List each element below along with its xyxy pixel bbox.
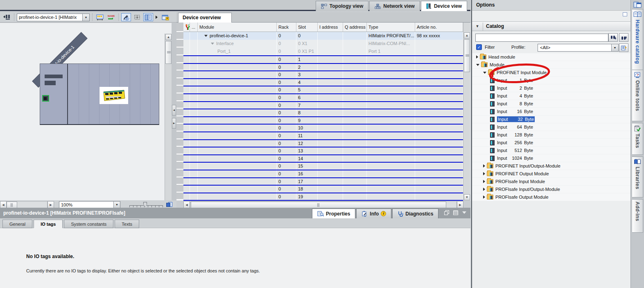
profile-select[interactable]: <All> ▼ <box>538 44 619 52</box>
catalog-item-folder[interactable]: PROFINET Input Module <box>472 69 630 77</box>
column-header-slot[interactable]: Slot <box>296 23 318 32</box>
tab-device-view[interactable]: Device view <box>421 1 467 11</box>
split-columns-button[interactable] <box>143 13 153 21</box>
catalog-view-button[interactable] <box>619 43 628 52</box>
catalog-item-folder[interactable]: PROFINET Input/Output-Module <box>472 162 630 170</box>
table-row-port_1[interactable]: Port_100 X1 P1Port 1 <box>183 48 463 55</box>
measure-columns-button[interactable] <box>95 13 105 21</box>
catalog-item-folder[interactable]: PROFINET Output Module <box>472 170 630 178</box>
column-header-article-no-[interactable]: Article no. <box>415 23 463 32</box>
catalog-item[interactable]: Input1Byte <box>472 77 630 84</box>
collapse-chevron-icon[interactable] <box>462 211 466 214</box>
tab-device-overview[interactable]: Device overview <box>178 13 232 23</box>
go-to-network-button[interactable] <box>2 13 11 21</box>
catalog-section-header[interactable]: ▼ Catalog <box>472 21 630 31</box>
scroll-up-button[interactable]: ▲ <box>464 32 470 39</box>
table-row-slot-9[interactable]: 09 <box>183 117 463 125</box>
snap-grid-button[interactable] <box>132 13 142 21</box>
table-row-slot-1[interactable]: 01 <box>183 56 463 64</box>
expand-arrow-icon[interactable] <box>483 195 485 199</box>
search-down-button[interactable] <box>608 33 618 42</box>
column-header-rack[interactable]: Rack <box>277 23 296 32</box>
table-row-slot-8[interactable]: 08 <box>183 109 463 117</box>
collapse-left-button[interactable]: ◄ <box>172 105 176 116</box>
device-selector[interactable]: profinet-io-device-1 [HIMatrix▼ <box>17 14 90 21</box>
catalog-item-folder[interactable]: PROFIsafe Input/Output-Module <box>472 186 630 193</box>
catalog-item[interactable]: Input4Byte <box>472 92 630 100</box>
side-tab-online-tools[interactable]: Online tools <box>632 70 643 121</box>
table-row-slot-7[interactable]: 07 <box>183 102 463 110</box>
profinet-port-graphic[interactable] <box>42 95 49 102</box>
catalog-item[interactable]: Input512Byte <box>472 147 630 154</box>
scroll-thumb[interactable] <box>7 202 17 208</box>
zoom-slider[interactable] <box>129 202 163 208</box>
table-row-slot-12[interactable]: 012 <box>183 140 463 148</box>
tab-network-view[interactable]: Network view <box>369 1 420 11</box>
scroll-thumb[interactable] <box>165 41 172 64</box>
expand-arrow-icon[interactable] <box>483 188 485 191</box>
device-graphic-canvas[interactable]: profinet-io-device-1 <box>0 23 172 200</box>
filter-checkbox[interactable]: ✓ <box>476 44 482 50</box>
canvas-table-splitter[interactable]: ◄ ► <box>172 23 176 200</box>
subtab-io-tags[interactable]: IO tags <box>34 220 63 228</box>
device-rack-graphic[interactable] <box>40 63 159 125</box>
table-row-slot-16[interactable]: 016 <box>183 170 463 178</box>
table-row-slot-5[interactable]: 05 <box>183 86 463 94</box>
catalog-item[interactable]: Input32Byte <box>472 116 630 123</box>
highlight-pen-button[interactable] <box>121 13 131 21</box>
collapse-right-button[interactable]: ► <box>172 118 176 129</box>
expand-arrow-icon[interactable] <box>476 55 478 59</box>
catalog-item[interactable]: Input16Byte <box>472 108 630 116</box>
expand-triangle-icon[interactable] <box>204 35 208 37</box>
side-tab-add-ins[interactable]: Add-ins <box>632 199 643 233</box>
catalog-item[interactable]: Input1024Byte <box>472 154 630 162</box>
catalog-item-folder[interactable]: Module <box>472 61 630 69</box>
column-header-dots[interactable]: ... <box>190 23 198 32</box>
expand-panel-icon[interactable] <box>633 2 642 9</box>
table-row-slot-2[interactable]: 02 <box>183 64 463 72</box>
inspector-tab-info[interactable]: Infoi <box>356 209 391 218</box>
scroll-thumb[interactable] <box>191 202 446 208</box>
toolbar-overflow-button[interactable] <box>154 13 159 21</box>
expand-arrow-icon[interactable] <box>483 172 485 175</box>
chevron-down-icon[interactable]: ▼ <box>611 44 618 51</box>
column-header-q-address[interactable]: Q address <box>343 23 367 32</box>
expand-arrow-icon[interactable] <box>483 180 485 183</box>
table-row-interface[interactable]: Interface00 X1HIMatrix-COM-PNI... <box>183 40 463 48</box>
side-tab-libraries[interactable]: Libraries <box>632 156 643 197</box>
expand-triangle-icon[interactable] <box>211 43 214 45</box>
table-row-slot-13[interactable]: 013 <box>183 147 463 155</box>
table-row-profinet-io-device-1[interactable]: profinet-io-device-100HIMatrix PROFINET/… <box>183 32 463 40</box>
catalog-item[interactable]: Input256Byte <box>472 139 630 147</box>
subtab-texts[interactable]: Texts <box>115 220 139 228</box>
collapse-arrow-icon[interactable] <box>483 72 486 74</box>
scroll-up-button[interactable]: ▲ <box>165 34 172 40</box>
catalog-item-folder[interactable]: Head module <box>472 53 630 61</box>
catalog-item[interactable]: Input64Byte <box>472 123 630 131</box>
table-row-slot-18[interactable]: 018 <box>183 186 463 193</box>
catalog-item[interactable]: Input8Byte <box>472 100 630 108</box>
window-layout-button[interactable] <box>160 13 170 21</box>
table-row-slot-3[interactable]: 03 <box>183 71 463 79</box>
catalog-item-folder[interactable]: PROFIsafe Input Module <box>472 178 630 186</box>
subtab-system-constants[interactable]: System constants <box>64 220 113 228</box>
table-row-slot-4[interactable]: 04 <box>183 79 463 87</box>
table-row-slot-15[interactable]: 015 <box>183 163 463 170</box>
collapse-arrow-icon[interactable] <box>476 64 479 66</box>
table-row-slot-14[interactable]: 014 <box>183 155 463 163</box>
fit-to-view-button[interactable] <box>166 202 172 208</box>
chevron-down-icon[interactable]: ▼ <box>475 24 480 29</box>
table-vertical-scrollbar[interactable]: ▲ ▼ <box>463 23 470 201</box>
side-tab-tasks[interactable]: Tasks <box>632 123 643 155</box>
name-assignment-button[interactable]: NAME <box>106 13 116 21</box>
column-header-module[interactable]: Module <box>198 23 277 32</box>
catalog-search-input[interactable] <box>475 34 608 42</box>
float-window-icon[interactable] <box>444 210 449 215</box>
table-row-slot-10[interactable]: 010 <box>183 125 463 132</box>
scroll-thumb[interactable] <box>464 39 470 72</box>
inspector-tab-diagnostics[interactable]: Diagnostics <box>392 209 438 218</box>
table-row-slot-19[interactable]: 019 <box>183 193 463 201</box>
table-row-slot-17[interactable]: 017 <box>183 178 463 186</box>
list-view-icon[interactable] <box>453 211 458 215</box>
search-up-button[interactable] <box>619 33 628 42</box>
